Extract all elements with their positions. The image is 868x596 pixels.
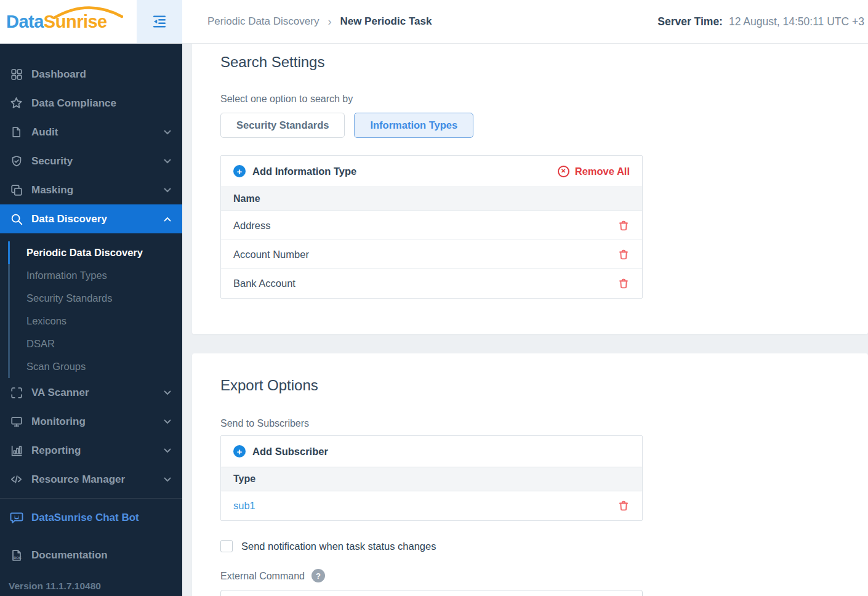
- breadcrumb-separator: ›: [328, 15, 331, 28]
- delete-row-button[interactable]: [617, 499, 630, 512]
- sidebar: Dashboard Data Compliance Audit: [0, 44, 182, 596]
- add-subscriber-label: Add Subscriber: [252, 446, 328, 457]
- document-icon: [9, 124, 24, 140]
- logo-text-data: Data: [6, 12, 44, 32]
- chevron-down-icon: [164, 448, 171, 453]
- subscriber-link[interactable]: sub1: [233, 500, 255, 512]
- scanner-frame-icon: [9, 385, 24, 400]
- sidebar-subitem-security-standards[interactable]: Security Standards: [0, 287, 182, 310]
- trash-icon: [617, 219, 630, 232]
- version-label: Version 11.1.7.10480: [0, 581, 182, 592]
- column-header-name: Name: [221, 187, 642, 211]
- sidebar-item-label: Documentation: [31, 549, 108, 562]
- help-question-icon[interactable]: ?: [311, 569, 325, 582]
- sidebar-collapse-button[interactable]: [137, 0, 182, 43]
- sidebar-item-dashboard[interactable]: Dashboard: [0, 60, 182, 89]
- search-by-toggle-group: Security Standards Information Types: [220, 113, 856, 138]
- external-command-label: External Command: [220, 570, 305, 582]
- monitor-icon: [9, 414, 24, 429]
- server-time: Server Time: 12 August, 14:50:11 UTC +3: [657, 0, 868, 43]
- sidebar-item-label: VA Scanner: [31, 387, 89, 399]
- svg-text:DOC: DOC: [14, 555, 22, 559]
- table-row: Account Number: [221, 240, 642, 269]
- x-circle-icon: ✕: [558, 166, 569, 177]
- sidebar-item-data-compliance[interactable]: Data Compliance: [0, 89, 182, 118]
- sidebar-subitem-lexicons[interactable]: Lexicons: [0, 310, 182, 332]
- masking-layers-icon: [9, 182, 24, 198]
- remove-all-button[interactable]: ✕ Remove All: [558, 166, 630, 177]
- submenu-label: Information Types: [26, 270, 107, 281]
- remove-all-label: Remove All: [575, 166, 630, 177]
- sidebar-item-label: Dashboard: [31, 68, 86, 81]
- star-icon: [9, 95, 24, 111]
- server-time-value: 12 August, 14:50:11 UTC +3: [729, 15, 864, 28]
- column-header-type: Type: [221, 467, 642, 491]
- trash-icon: [617, 277, 630, 290]
- sidebar-subitem-dsar[interactable]: DSAR: [0, 332, 182, 355]
- trash-icon: [617, 499, 630, 512]
- delete-row-button[interactable]: [617, 277, 630, 290]
- sidebar-subitem-information-types[interactable]: Information Types: [0, 264, 182, 287]
- sidebar-item-documentation[interactable]: DOC Documentation: [0, 541, 182, 570]
- chevron-down-icon: [164, 188, 171, 193]
- code-icon: [9, 472, 24, 487]
- sidebar-item-resource-manager[interactable]: Resource Manager: [0, 465, 182, 494]
- search-icon: [9, 211, 24, 227]
- sidebar-item-security[interactable]: Security: [0, 147, 182, 175]
- sidebar-item-masking[interactable]: Masking: [0, 175, 182, 204]
- doc-file-icon: DOC: [9, 547, 24, 563]
- submenu-label: Periodic Data Discovery: [26, 247, 143, 259]
- datasunrise-logo[interactable]: Data Sunrise: [0, 0, 137, 43]
- top-header: Data Sunrise Periodic Data Discovery › N…: [0, 0, 868, 44]
- server-time-label: Server Time:: [657, 15, 723, 28]
- delete-row-button[interactable]: [617, 219, 630, 232]
- breadcrumb-parent-link[interactable]: Periodic Data Discovery: [207, 15, 319, 28]
- search-settings-card: Search Settings Select one option to sea…: [192, 44, 868, 334]
- chevron-up-icon: [164, 217, 171, 222]
- notification-checkbox-label: Send notification when task status chang…: [241, 541, 436, 552]
- submenu-label: Lexicons: [26, 315, 66, 327]
- sidebar-item-chat-bot[interactable]: DataSunrise Chat Bot: [0, 503, 182, 532]
- external-command-row: External Command ?: [220, 569, 856, 582]
- sidebar-subitem-periodic-data-discovery[interactable]: Periodic Data Discovery: [0, 241, 182, 264]
- data-discovery-submenu: Periodic Data Discovery Information Type…: [0, 233, 182, 378]
- sidebar-item-label: DataSunrise Chat Bot: [31, 512, 139, 524]
- app-root: Data Sunrise Periodic Data Discovery › N…: [0, 0, 868, 596]
- table-row: Bank Account: [221, 269, 642, 298]
- table-row: Address: [221, 211, 642, 240]
- chevron-down-icon: [164, 159, 171, 164]
- information-types-toolbar: + Add Information Type ✕ Remove All: [221, 156, 642, 187]
- chat-bot-icon: [9, 510, 24, 525]
- sidebar-item-label: Resource Manager: [31, 473, 125, 486]
- sidebar-item-label: Masking: [31, 184, 73, 196]
- add-information-type-button[interactable]: + Add Information Type: [233, 165, 356, 177]
- security-standards-tab[interactable]: Security Standards: [220, 113, 345, 138]
- main-content: Search Settings Select one option to sea…: [182, 44, 868, 596]
- section-title-search-settings: Search Settings: [220, 52, 856, 72]
- subscribers-toolbar: + Add Subscriber: [221, 436, 642, 467]
- sidebar-item-label: Audit: [31, 126, 58, 139]
- sidebar-item-reporting[interactable]: Reporting: [0, 436, 182, 465]
- sidebar-item-label: Reporting: [31, 445, 81, 457]
- notification-checkbox[interactable]: [220, 540, 233, 552]
- sidebar-item-label: Monitoring: [31, 416, 86, 428]
- sidebar-divider: [0, 498, 182, 499]
- submenu-label: Scan Groups: [26, 361, 86, 372]
- sidebar-item-monitoring[interactable]: Monitoring: [0, 407, 182, 436]
- sidebar-item-audit[interactable]: Audit: [0, 118, 182, 147]
- sidebar-item-data-discovery[interactable]: Data Discovery: [0, 204, 182, 233]
- sidebar-item-label: Data Discovery: [31, 213, 107, 225]
- chevron-down-icon: [164, 477, 171, 482]
- information-type-name: Bank Account: [233, 278, 295, 289]
- table-row: sub1: [221, 491, 642, 520]
- sidebar-item-va-scanner[interactable]: VA Scanner: [0, 378, 182, 407]
- information-types-tab[interactable]: Information Types: [354, 113, 473, 138]
- section-title-export-options: Export Options: [220, 376, 856, 395]
- add-subscriber-button[interactable]: + Add Subscriber: [233, 445, 328, 457]
- delete-row-button[interactable]: [617, 248, 630, 261]
- external-command-input[interactable]: [220, 590, 643, 596]
- dashboard-icon: [9, 66, 24, 82]
- submenu-label: DSAR: [26, 338, 55, 350]
- sidebar-subitem-scan-groups[interactable]: Scan Groups: [0, 355, 182, 378]
- select-option-label: Select one option to search by: [220, 92, 856, 105]
